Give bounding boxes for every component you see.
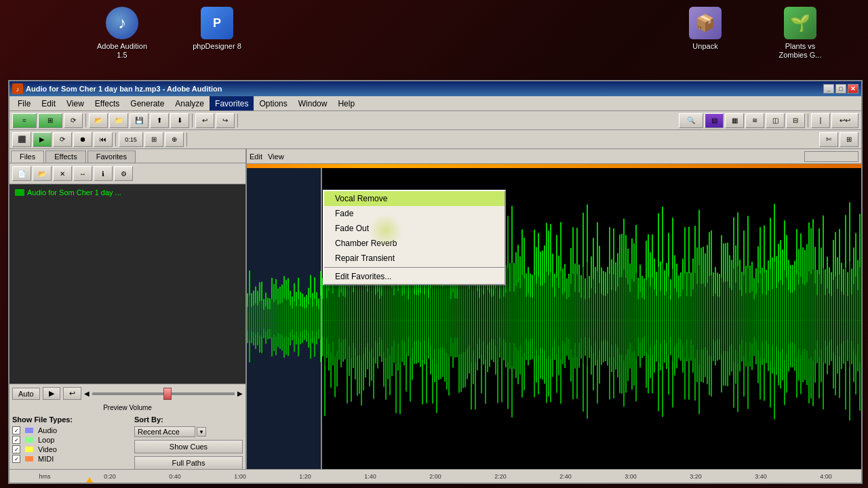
php-designer-label: phpDesigner 8 [193, 42, 241, 51]
desktop-icons-left: ♪ Adobe Audition 1.5 P phpDesigner 8 [14, 7, 244, 60]
app-window: ♪ Audio for Som Cher 1 day ban hz.mp3 - … [8, 80, 863, 484]
adobe-audition-label: Adobe Audition 1.5 [95, 42, 149, 60]
desktop-icon-unpack[interactable]: 📦 Unpack [678, 7, 732, 60]
desktop-icon-plants-vs-zombies[interactable]: 🌱 Plants vs Zombies G... [773, 7, 827, 60]
dropdown-separator [324, 267, 505, 268]
menu-vocal-remove[interactable]: Vocal Remove [324, 191, 505, 206]
desktop: ♪ Adobe Audition 1.5 P phpDesigner 8 📦 U… [0, 0, 868, 488]
plants-vs-zombies-label: Plants vs Zombies G... [773, 42, 827, 60]
unpack-label: Unpack [692, 42, 717, 51]
favorites-dropdown: Vocal Remove Fade Fade Out Chamber Rever… [323, 190, 506, 285]
desktop-icon-php-designer[interactable]: P phpDesigner 8 [190, 7, 244, 60]
php-designer-icon: P [201, 7, 233, 39]
menu-edit-favorites[interactable]: Edit Favorites... [324, 269, 505, 284]
adobe-audition-icon: ♪ [106, 7, 138, 39]
plants-vs-zombies-icon: 🌱 [784, 7, 816, 39]
desktop-icon-adobe-audition[interactable]: ♪ Adobe Audition 1.5 [95, 7, 149, 60]
dropdown-overlay[interactable]: Vocal Remove Fade Fade Out Chamber Rever… [9, 81, 861, 483]
menu-repair-transient[interactable]: Repair Transient [324, 251, 505, 266]
menu-fade-out[interactable]: Fade Out [324, 221, 505, 236]
menu-chamber-reverb[interactable]: Chamber Reverb [324, 236, 505, 251]
unpack-icon: 📦 [689, 7, 722, 39]
desktop-icons: ♪ Adobe Audition 1.5 P phpDesigner 8 📦 U… [0, 7, 868, 60]
menu-fade[interactable]: Fade [324, 206, 505, 221]
desktop-icons-right: 📦 Unpack 🌱 Plants vs Zombies G... [678, 7, 854, 60]
